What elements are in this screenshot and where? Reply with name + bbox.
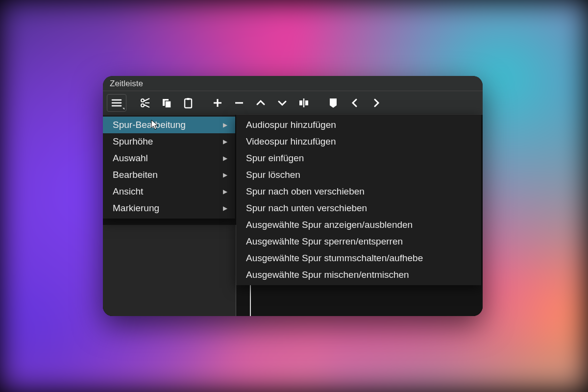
copy-button[interactable] [156,93,177,113]
split-button[interactable] [293,93,315,113]
menu-item-label: Auswahl [113,153,148,164]
submenu-item-label: Spur nach unten verschieben [246,203,367,214]
submenu-insert-track[interactable]: Spur einfügen [236,150,481,167]
track-header-column [103,225,236,316]
marker-button[interactable] [322,93,344,113]
menu-item-label: Markierung [113,203,159,214]
menu-item-label: Spurhöhe [113,136,153,147]
timeline-context-menu: Spur-Bearbeitung ▶ Spurhöhe ▶ Auswahl ▶ … [103,115,235,219]
submenu-item-label: Audiospur hinzufügen [246,120,336,130]
prev-button[interactable] [344,93,366,113]
submenu-toggle-track-mix[interactable]: Ausgewählte Spur mischen/entmischen [236,267,481,283]
hamburger-icon [111,97,122,109]
menu-item-track-editing[interactable]: Spur-Bearbeitung ▶ [103,117,235,133]
timeline-body: Spur-Bearbeitung ▶ Spurhöhe ▶ Auswahl ▶ … [103,115,483,316]
timeline-window: Zeitleiste [103,76,483,316]
submenu-arrow-icon: ▶ [223,138,227,145]
scissors-icon [139,97,151,109]
minus-icon [233,97,245,109]
chevron-up-icon [255,97,267,109]
svg-rect-3 [165,101,171,108]
plus-icon [212,97,223,109]
submenu-add-audio-track[interactable]: Audiospur hinzufügen [236,117,481,133]
submenu-move-track-up[interactable]: Spur nach oben verschieben [236,183,481,200]
svg-rect-5 [187,98,190,100]
submenu-delete-track[interactable]: Spur löschen [236,167,481,183]
submenu-item-label: Spur einfügen [246,153,304,164]
paste-button[interactable] [177,93,199,113]
submenu-toggle-track-mute[interactable]: Ausgewählte Spur stummschalten/aufhebe [236,250,481,267]
submenu-arrow-icon: ▶ [223,172,227,178]
track-editing-submenu: Audiospur hinzufügen Videospur hinzufüge… [236,115,481,285]
copy-icon [161,97,172,109]
menu-item-marking[interactable]: Markierung ▶ [103,200,235,217]
submenu-arrow-icon: ▶ [223,205,227,212]
move-down-button[interactable] [271,93,293,113]
menu-item-edit[interactable]: Bearbeiten ▶ [103,167,235,183]
submenu-item-label: Ausgewählte Spur sperren/entsperren [246,236,403,247]
submenu-add-video-track[interactable]: Videospur hinzufügen [236,133,481,150]
submenu-item-label: Ausgewählte Spur mischen/entmischen [246,270,409,280]
menu-item-label: Ansicht [113,186,143,197]
cut-button[interactable] [134,93,156,113]
split-icon [298,97,310,109]
submenu-item-label: Videospur hinzufügen [246,136,336,147]
submenu-move-track-down[interactable]: Spur nach unten verschieben [236,200,481,217]
clipboard-icon [182,97,194,109]
svg-rect-4 [185,99,192,108]
menu-item-label: Spur-Bearbeitung [113,120,186,130]
submenu-toggle-track-visibility[interactable]: Ausgewählte Spur anzeigen/ausblenden [236,217,481,233]
menu-item-view[interactable]: Ansicht ▶ [103,183,235,200]
submenu-toggle-track-lock[interactable]: Ausgewählte Spur sperren/entsperren [236,233,481,250]
submenu-item-label: Spur löschen [246,170,300,180]
submenu-item-label: Ausgewählte Spur anzeigen/ausblenden [246,220,413,230]
svg-point-0 [141,104,144,107]
timeline-toolbar [103,91,483,115]
next-button[interactable] [366,93,387,113]
svg-point-1 [141,99,144,102]
menu-item-label: Bearbeiten [113,170,158,180]
move-up-button[interactable] [250,93,271,113]
submenu-item-label: Spur nach oben verschieben [246,186,365,197]
timeline-menu-button[interactable] [107,94,126,112]
submenu-arrow-icon: ▶ [223,122,227,128]
submenu-item-label: Ausgewählte Spur stummschalten/aufhebe [246,253,423,264]
add-button[interactable] [207,93,228,113]
submenu-arrow-icon: ▶ [223,188,227,195]
chevron-down-icon [276,97,288,109]
remove-button[interactable] [228,93,250,113]
chevron-right-icon [370,97,382,109]
menu-item-selection[interactable]: Auswahl ▶ [103,150,235,167]
submenu-arrow-icon: ▶ [223,155,227,162]
marker-icon [327,97,339,109]
menu-item-track-height[interactable]: Spurhöhe ▶ [103,133,235,150]
chevron-left-icon [349,97,361,109]
window-title: Zeitleiste [103,76,483,91]
